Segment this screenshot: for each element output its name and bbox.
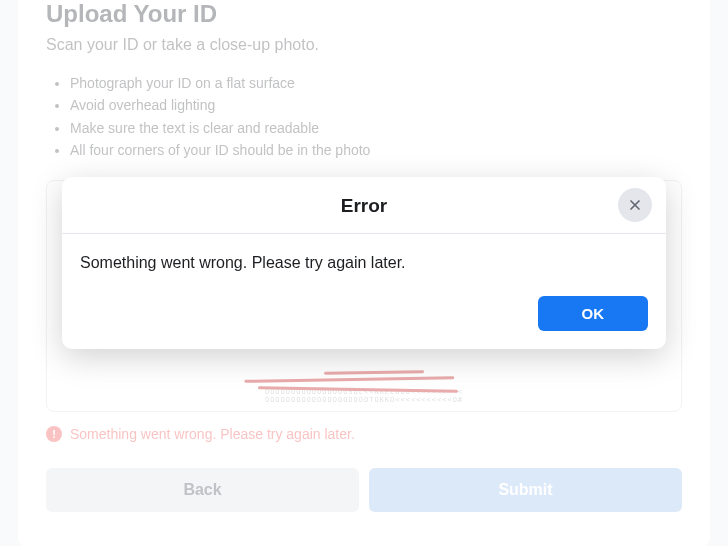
close-button[interactable] — [618, 188, 652, 222]
modal-actions: OK — [80, 296, 648, 331]
close-icon — [627, 197, 643, 213]
modal-title: Error — [341, 195, 387, 216]
error-modal: Error Something went wrong. Please try a… — [62, 177, 666, 349]
ok-button[interactable]: OK — [538, 296, 649, 331]
modal-body: Something went wrong. Please try again l… — [62, 234, 666, 349]
modal-header: Error — [62, 177, 666, 234]
modal-message: Something went wrong. Please try again l… — [80, 254, 648, 272]
